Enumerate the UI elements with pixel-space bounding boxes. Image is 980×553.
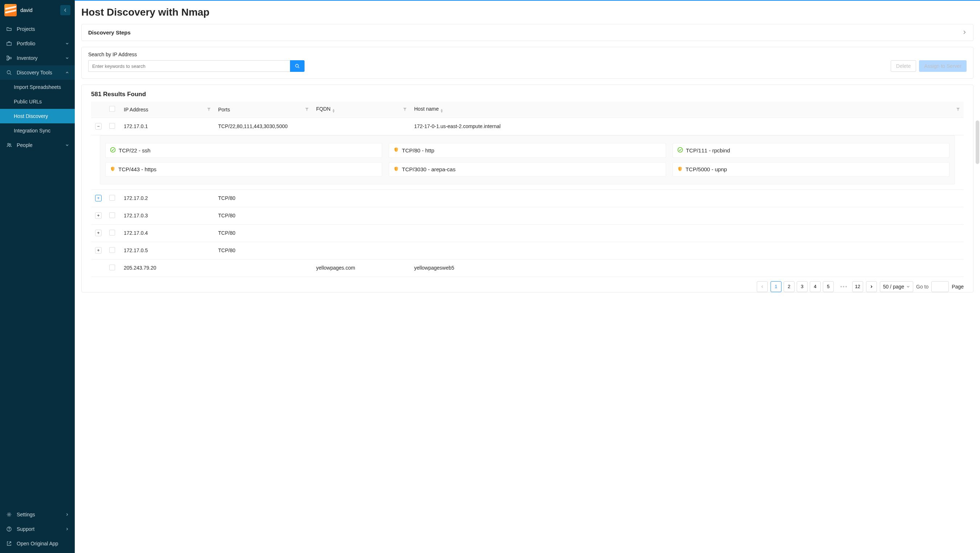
svg-rect-3 [7, 59, 8, 60]
pagination: 12345 ••• 12 50 / page Go to Page [82, 277, 973, 292]
port-card[interactable]: TCP/3030 - arepa-cas [389, 162, 666, 177]
port-card[interactable]: TCP/22 - ssh [105, 143, 382, 158]
search-icon [295, 64, 300, 68]
port-card[interactable]: TCP/5000 - upnp [673, 162, 950, 177]
sidebar-sub-import-spreadsheets[interactable]: Import Spreadsheets [0, 80, 75, 94]
column-ip[interactable]: IP Address [120, 102, 215, 118]
sidebar-item-settings[interactable]: Settings [0, 507, 75, 522]
expand-row-button[interactable]: + [95, 195, 102, 202]
expand-row-button[interactable]: + [95, 230, 102, 236]
cell-fqdn: yellowpages.com [312, 259, 410, 276]
discovery-steps-panel: Discovery Steps [81, 24, 974, 41]
sidebar-item-label: Open Original App [17, 541, 69, 547]
page-last-button[interactable]: 12 [852, 281, 863, 292]
row-checkbox[interactable] [109, 265, 115, 270]
panel-title: Discovery Steps [88, 29, 130, 35]
next-page-button[interactable] [866, 281, 877, 292]
sort-icon[interactable]: ▲▼ [440, 108, 444, 113]
column-hostname[interactable]: Host name ▲▼ [410, 102, 964, 118]
port-label: TCP/22 - ssh [119, 147, 151, 154]
column-label: IP Address [124, 106, 148, 113]
cell-ip: 172.17.0.4 [120, 224, 215, 242]
table-row: −172.17.0.1TCP/22,80,111,443,3030,500017… [91, 118, 964, 135]
cell-ip: 172.17.0.2 [120, 189, 215, 207]
cell-fqdn [312, 207, 410, 224]
page-button[interactable]: 4 [810, 281, 821, 292]
prev-page-button[interactable] [757, 281, 768, 292]
cell-ports [215, 259, 312, 276]
sidebar-item-label: Public URLs [14, 99, 42, 105]
sidebar-item-open-original[interactable]: Open Original App [0, 536, 75, 551]
row-checkbox[interactable] [109, 247, 115, 253]
svg-rect-2 [10, 57, 11, 59]
sidebar-item-inventory[interactable]: Inventory [0, 51, 75, 65]
sidebar-item-discovery-tools[interactable]: Discovery Tools [0, 65, 75, 80]
select-all-checkbox[interactable] [109, 106, 115, 112]
page-size-label: 50 / page [883, 284, 904, 289]
search-button[interactable] [290, 60, 304, 72]
filter-icon[interactable] [403, 106, 407, 113]
search-input[interactable] [88, 60, 290, 72]
sidebar-item-label: Host Discovery [14, 113, 48, 119]
chevron-up-icon [65, 70, 69, 75]
expand-row-button[interactable]: + [95, 247, 102, 254]
sidebar-item-portfolio[interactable]: Portfolio [0, 36, 75, 51]
sidebar-item-label: Settings [17, 512, 61, 518]
search-label: Search by IP Address [88, 51, 304, 57]
sidebar-item-people[interactable]: People [0, 138, 75, 153]
expand-row-button[interactable]: + [95, 212, 102, 219]
cell-ports: TCP/80 [215, 242, 312, 259]
row-checkbox[interactable] [109, 230, 115, 235]
cell-hostname [410, 189, 964, 207]
page-button[interactable]: 3 [797, 281, 808, 292]
external-link-icon [6, 541, 12, 547]
column-ports[interactable]: Ports [215, 102, 312, 118]
sidebar-item-label: Discovery Tools [17, 70, 61, 75]
svg-point-10 [296, 64, 298, 67]
filter-icon[interactable] [207, 106, 211, 113]
people-icon [6, 142, 12, 148]
sidebar-item-label: Import Spreadsheets [14, 84, 61, 90]
sidebar-collapse-button[interactable] [60, 5, 70, 15]
page-size-select[interactable]: 50 / page [880, 281, 913, 292]
filter-icon[interactable] [305, 106, 309, 113]
table-row: +172.17.0.5TCP/80 [91, 242, 964, 259]
column-fqdn[interactable]: FQDN ▲▼ [312, 102, 410, 118]
cell-ip: 172.17.0.3 [120, 207, 215, 224]
svg-point-7 [8, 514, 10, 515]
port-label: TCP/443 - https [118, 166, 156, 172]
row-checkbox[interactable] [109, 212, 115, 218]
sidebar-sub-host-discovery[interactable]: Host Discovery [0, 109, 75, 123]
table-row: +172.17.0.4TCP/80 [91, 224, 964, 242]
filter-icon[interactable] [956, 106, 960, 113]
row-checkbox[interactable] [109, 123, 115, 129]
page-ellipsis[interactable]: ••• [839, 284, 850, 289]
chevron-down-icon [65, 55, 69, 61]
port-card[interactable]: TCP/111 - rpcbind [673, 143, 950, 158]
sort-icon[interactable]: ▲▼ [332, 108, 336, 113]
sidebar-sub-integration-sync[interactable]: Integration Sync [0, 123, 75, 138]
cell-fqdn [312, 118, 410, 135]
port-card[interactable]: TCP/443 - https [105, 162, 382, 177]
port-card[interactable]: TCP/80 - http [389, 143, 666, 158]
briefcase-icon [6, 41, 12, 46]
row-checkbox[interactable] [109, 195, 115, 201]
chevron-right-icon [65, 526, 69, 532]
sidebar-sub-public-urls[interactable]: Public URLs [0, 94, 75, 109]
page-button[interactable]: 1 [770, 281, 781, 292]
discovery-steps-toggle[interactable]: Discovery Steps [82, 24, 973, 41]
chevron-left-icon [760, 285, 764, 288]
delete-button[interactable]: Delete [891, 60, 916, 72]
scrollbar-thumb[interactable] [976, 121, 979, 164]
port-label: TCP/111 - rpcbind [686, 147, 730, 154]
assign-to-server-button[interactable]: Assign to Server [919, 60, 967, 72]
collapse-row-button[interactable]: − [95, 123, 102, 130]
sidebar-item-projects[interactable]: Projects [0, 22, 75, 36]
sidebar-item-support[interactable]: Support [0, 522, 75, 536]
cell-ip: 205.243.79.20 [120, 259, 215, 276]
page-suffix-label: Page [952, 284, 964, 289]
page-button[interactable]: 2 [784, 281, 794, 292]
goto-page-input[interactable] [931, 281, 949, 292]
page-button[interactable]: 5 [823, 281, 834, 292]
tree-icon [6, 55, 12, 61]
